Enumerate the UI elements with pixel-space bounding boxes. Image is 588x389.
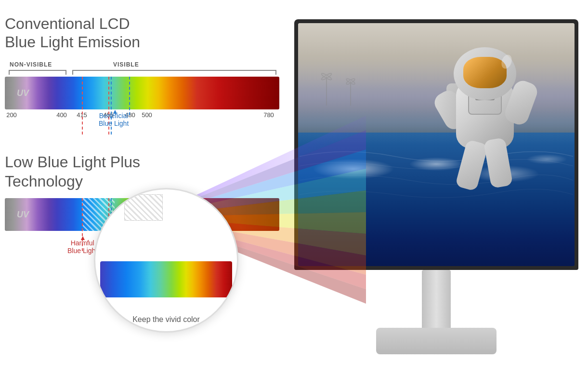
astronaut: [437, 42, 533, 211]
second-title-line2: Technology: [5, 173, 83, 190]
second-title-text: Low Blue Light Plus Technology: [5, 152, 294, 191]
uv-label-2: UV: [17, 209, 29, 219]
second-title-line1: Low Blue Light Plus: [5, 153, 140, 171]
main-title: Conventional LCD Blue Light Emission: [5, 14, 294, 52]
bracket-nonvisible: [9, 70, 66, 75]
wind-turbines: [312, 67, 408, 106]
monitor-section: [280, 19, 578, 371]
beneficial-label-line1: Beneficial: [99, 112, 129, 120]
first-chart: NON-VISIBLE VISIBLE UV 200 400 415: [5, 61, 279, 126]
visibility-labels: NON-VISIBLE VISIBLE: [5, 61, 279, 70]
circle-magnifier: Keep the vivid color: [94, 188, 238, 333]
monitor-screen: [298, 23, 575, 266]
label-nonvisible: NON-VISIBLE: [10, 61, 52, 68]
second-title: Low Blue Light Plus Technology: [5, 152, 294, 191]
harmful-label-line1: Harmful: [67, 239, 97, 247]
label-visible: VISIBLE: [113, 61, 139, 68]
beneficial-annotation: Beneficial Blue Light: [99, 112, 129, 127]
title-line2: Blue Light Emission: [5, 33, 140, 51]
scale-415: 415: [77, 111, 87, 119]
spectrum-bar-1: UV: [5, 77, 279, 109]
circle-text: Keep the vivid color: [95, 315, 237, 324]
harmful-label-line2: Blue Light: [67, 247, 97, 255]
screen-scene: [298, 23, 575, 266]
harmful-text: Harmful Blue Light: [67, 239, 97, 255]
scale-200: 200: [6, 111, 17, 119]
monitor-neck: [422, 270, 451, 333]
title-section: Conventional LCD Blue Light Emission: [5, 14, 294, 52]
spectrum-gradient-1: [5, 77, 279, 109]
astronaut-visor: [463, 57, 507, 88]
scale-400: 400: [56, 111, 67, 119]
monitor-frame: [294, 19, 578, 357]
scale-row-1: 200 400 415 455 ▲ 480 500 780: [5, 111, 279, 126]
scale-780: 780: [263, 111, 274, 119]
page-container: Conventional LCD Blue Light Emission NON…: [0, 0, 588, 389]
bracket-row: [5, 70, 279, 77]
circle-hatch: [124, 194, 163, 221]
astronaut-leg-left: [455, 139, 488, 191]
monitor-base: [376, 328, 497, 354]
beneficial-label-line2: Blue Light: [99, 120, 129, 127]
title-line1: Conventional LCD: [5, 15, 130, 32]
monitor-bezel: [294, 19, 578, 270]
scale-500: 500: [142, 111, 152, 119]
bracket-visible: [72, 70, 276, 75]
circle-spectrum-bar: [100, 261, 232, 297]
uv-label-1: UV: [17, 88, 29, 98]
astronaut-helmet: [454, 47, 516, 100]
